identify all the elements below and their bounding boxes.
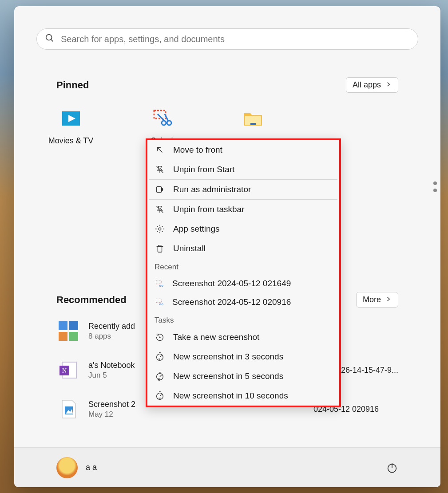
svg-text:N: N <box>62 367 67 374</box>
context-menu: Move to front Unpin from Start Run as ad… <box>146 138 341 407</box>
start-menu: Pinned All apps Movies & TV <box>14 6 440 487</box>
all-apps-button[interactable]: All apps <box>346 77 398 93</box>
pinned-grid: Movies & TV Snippi <box>14 93 440 146</box>
ctx-unpin-taskbar[interactable]: Unpin from taskbar <box>147 200 339 219</box>
ctx-label: New screenshot in 10 seconds <box>173 391 288 401</box>
pinned-title: Pinned <box>56 79 89 91</box>
chevron-right-icon <box>385 295 392 304</box>
chevron-right-icon <box>385 80 392 90</box>
ctx-label: New screenshot in 5 seconds <box>173 371 283 381</box>
ctx-label: Run as administrator <box>173 185 251 194</box>
gear-icon <box>155 224 165 234</box>
rec-title: Recently add <box>88 322 135 331</box>
avatar-icon <box>56 457 78 478</box>
snip-file-icon <box>155 297 164 307</box>
ctx-label: App settings <box>173 224 220 234</box>
ctx-unpin-start[interactable]: Unpin from Start <box>147 160 339 179</box>
svg-line-1 <box>51 39 53 42</box>
timer-10-icon: 10 <box>155 390 165 401</box>
ctx-tasks-header: Tasks <box>147 312 339 327</box>
rec-title: a's Notebook <box>88 361 135 370</box>
ctx-label: Screenshot 2024-05-12 021649 <box>172 279 291 288</box>
ctx-label: Move to front <box>173 145 222 155</box>
pinned-app-movies-tv[interactable]: Movies & TV <box>45 108 96 146</box>
search-wrap <box>14 6 440 50</box>
ctx-label: Uninstall <box>173 244 206 253</box>
svg-point-34 <box>162 304 163 305</box>
unpin-icon <box>155 204 165 215</box>
svg-point-31 <box>162 285 163 286</box>
ctx-task-snip-5s[interactable]: 5 New screenshot in 5 seconds <box>147 367 339 386</box>
ctx-uninstall[interactable]: Uninstall <box>147 239 339 258</box>
svg-rect-14 <box>69 332 78 341</box>
user-account-button[interactable]: a a <box>56 457 97 478</box>
more-label: More <box>363 295 381 304</box>
snipping-tool-icon <box>151 108 173 129</box>
rec-sub: 8 apps <box>88 332 135 341</box>
ctx-label: Screenshot 2024-05-12 020916 <box>172 297 291 307</box>
svg-rect-29 <box>156 280 162 284</box>
svg-rect-12 <box>69 321 78 330</box>
start-footer: a a <box>14 447 440 487</box>
rec-sub: Jun 5 <box>88 371 135 380</box>
dot-icon <box>433 189 437 192</box>
svg-line-7 <box>158 114 165 121</box>
svg-point-6 <box>167 121 171 125</box>
pinned-app-label: Movies & TV <box>48 136 94 146</box>
ctx-move-to-front[interactable]: Move to front <box>147 140 339 160</box>
file-explorer-icon <box>242 108 264 129</box>
ctx-label: Take a new screenshot <box>173 332 259 342</box>
ctx-run-admin[interactable]: Run as administrator <box>147 180 339 199</box>
onenote-icon: N <box>56 358 80 382</box>
svg-text:3: 3 <box>158 358 160 362</box>
page-indicator[interactable] <box>433 181 437 192</box>
timer-3-icon: 3 <box>155 351 165 362</box>
svg-line-38 <box>160 355 162 357</box>
snip-icon <box>155 332 165 343</box>
rec-title: Screenshot 2 <box>88 400 135 409</box>
search-input[interactable] <box>61 34 410 44</box>
svg-point-28 <box>159 228 161 230</box>
search-icon <box>45 33 55 45</box>
timer-5-icon: 5 <box>155 371 165 382</box>
ctx-label: Unpin from Start <box>173 165 234 174</box>
svg-rect-4 <box>154 110 166 118</box>
dot-icon <box>433 181 437 185</box>
svg-rect-25 <box>157 187 162 193</box>
ctx-task-snip-3s[interactable]: 3 New screenshot in 3 seconds <box>147 347 339 367</box>
image-file-icon <box>56 397 80 421</box>
ctx-label: New screenshot in 3 seconds <box>173 352 283 362</box>
snip-file-icon <box>155 279 164 288</box>
svg-point-33 <box>159 304 161 305</box>
ctx-recent-item[interactable]: Screenshot 2024-05-12 020916 <box>147 293 339 312</box>
ctx-recent-header: Recent <box>147 258 339 274</box>
shield-icon <box>155 184 165 195</box>
svg-rect-10 <box>250 123 256 125</box>
pinned-header: Pinned All apps <box>14 77 440 93</box>
more-button[interactable]: More <box>356 292 398 308</box>
power-button[interactable] <box>386 461 398 474</box>
svg-text:10: 10 <box>157 397 162 401</box>
recommended-title: Recommended <box>56 294 127 306</box>
svg-line-42 <box>160 375 162 377</box>
svg-rect-13 <box>59 332 67 341</box>
rec-sub: May 12 <box>88 410 135 419</box>
svg-rect-11 <box>59 321 67 330</box>
arrow-upleft-icon <box>155 145 165 155</box>
svg-text:5: 5 <box>158 378 160 381</box>
ctx-recent-item[interactable]: Screenshot 2024-05-12 021649 <box>147 274 339 293</box>
ctx-app-settings[interactable]: App settings <box>147 219 339 239</box>
apps-grid-icon <box>56 319 80 343</box>
ctx-label: Unpin from taskbar <box>173 205 245 214</box>
svg-line-46 <box>160 394 162 396</box>
username-label: a a <box>86 463 97 472</box>
svg-point-0 <box>46 35 52 40</box>
search-box[interactable] <box>36 28 418 50</box>
svg-point-30 <box>159 285 161 286</box>
ctx-task-snip-10s[interactable]: 10 New screenshot in 10 seconds <box>147 386 339 406</box>
svg-rect-32 <box>156 299 162 303</box>
trash-icon <box>155 243 165 254</box>
unpin-icon <box>155 164 165 175</box>
ctx-task-new-snip[interactable]: Take a new screenshot <box>147 327 339 347</box>
movies-tv-icon <box>60 108 82 129</box>
